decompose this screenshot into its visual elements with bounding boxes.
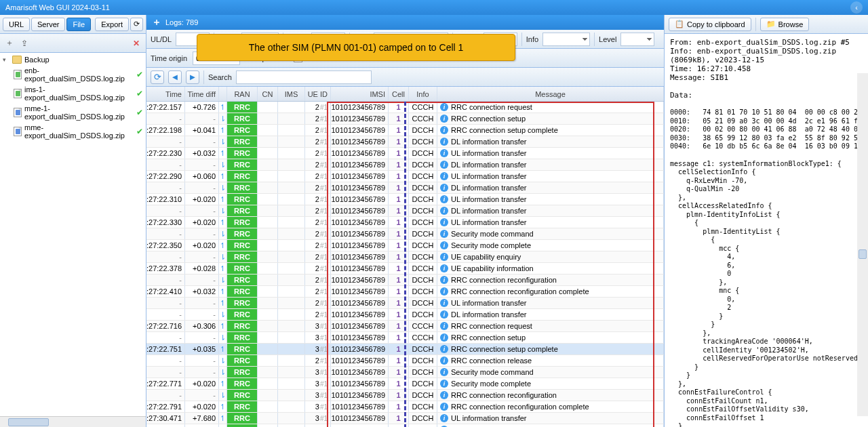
table-row[interactable]: - - ↿ RRC 2#1 001010123456789 1 DCCH iUL… — [146, 298, 664, 309]
table-row[interactable]: 16:27:22.230 +0.032 ↿ RRC 2#1 0010101234… — [146, 148, 664, 159]
info-select[interactable] — [542, 33, 590, 46]
col-cn[interactable]: CN — [258, 87, 278, 101]
table-row[interactable]: - - ⇂ RRC 3#1 001010123456789 1 DCCH iSe… — [146, 367, 664, 378]
table-row[interactable]: 16:27:22.157 +0.726 ↿ RRC 2#1 0010101234… — [146, 102, 664, 113]
table-row[interactable]: 16:27:30.471 +7.680 ↿ RRC 3#1 0010101234… — [146, 413, 664, 424]
file-button[interactable]: File — [66, 18, 91, 31]
table-row[interactable]: 16:27:22.751 +0.035 ↿ RRC 3#1 0010101234… — [146, 344, 664, 355]
table-row[interactable]: 16:27:22.290 +0.060 ↿ RRC 2#1 0010101234… — [146, 171, 664, 182]
add-icon[interactable]: ＋ — [4, 38, 15, 49]
table-row[interactable]: 16:27:22.771 +0.020 ↿ RRC 3#1 0010101234… — [146, 378, 664, 390]
app-title: Amarisoft Web GUI 2024-03-11 — [5, 3, 110, 12]
info-icon: i — [440, 241, 448, 249]
col-time[interactable]: Time — [146, 87, 185, 101]
search-input[interactable] — [236, 70, 372, 84]
export-button[interactable]: Export — [95, 18, 129, 31]
table-row[interactable]: - - ⇂ RRC 3#1 001010123456789 1 CCCH iRR… — [146, 332, 664, 344]
info-icon: i — [440, 287, 448, 296]
level-label: Level — [599, 35, 616, 43]
reload-icon[interactable]: ⟳ — [151, 70, 164, 84]
file-icon — [14, 89, 22, 98]
table-row[interactable]: 16:27:22.310 +0.020 ↿ RRC 2#1 0010101234… — [146, 194, 664, 205]
refresh-button[interactable]: ⟳ — [130, 18, 143, 31]
tree-file[interactable]: mme-export_dualSim_DSDS.log.zip✔ — [0, 122, 146, 141]
table-row[interactable]: 16:27:22.378 +0.028 ↿ RRC 2#1 0010101234… — [146, 263, 664, 274]
server-button[interactable]: Server — [31, 18, 65, 31]
tree-expand-icon[interactable]: ▾ — [3, 56, 9, 63]
check-ok-icon: ✔ — [136, 70, 143, 79]
close-icon[interactable]: ✕ — [131, 38, 142, 49]
table-row[interactable]: - - ⇂ RRC 2#1 001010123456789 1 DCCH iRR… — [146, 274, 664, 286]
info-icon: i — [440, 333, 448, 342]
info-icon: i — [440, 184, 448, 192]
info-icon: i — [440, 195, 448, 203]
grid-vscrollbar[interactable] — [857, 73, 868, 416]
check-ok-icon: ✔ — [136, 127, 143, 136]
info-icon: i — [440, 368, 448, 376]
table-row[interactable]: 16:27:22.350 +0.020 ↿ RRC 2#1 0010101234… — [146, 240, 664, 251]
nav-prev-icon[interactable]: ◄ — [168, 70, 182, 84]
left-hscrollbar[interactable] — [0, 416, 146, 427]
col-msg[interactable]: Message — [437, 87, 664, 101]
upload-icon[interactable]: ⇪ — [19, 38, 30, 49]
level-select[interactable] — [620, 33, 654, 46]
search-bar: ⟳ ◄ ► Search — [146, 68, 664, 87]
table-row[interactable]: - - ⇂ RRC 2#1 001010123456789 1 DCCH iSe… — [146, 228, 664, 240]
left-top-toolbar: URL Server File Export ⟳ — [0, 15, 146, 34]
info-icon: i — [440, 138, 448, 146]
info-icon: i — [440, 357, 448, 365]
tree-file[interactable]: ims-1-export_dualSim_DSDS.log.zip✔ — [0, 84, 146, 103]
table-row[interactable]: 16:27:22.330 +0.020 ↿ RRC 2#1 0010101234… — [146, 217, 664, 228]
col-info[interactable]: Info — [409, 87, 437, 101]
url-button[interactable]: URL — [3, 18, 30, 31]
grid-header: Time Time diff RAN CN IMS UE ID IMSI Cel… — [146, 87, 664, 102]
tree-folder-backup[interactable]: ▾ Backup — [0, 54, 146, 65]
collapse-left-icon[interactable]: ‹ — [850, 1, 863, 14]
col-ran[interactable]: RAN — [227, 87, 258, 101]
table-row[interactable]: - - ⇂ RRC 2#1 001010123456789 1 DCCH iDL… — [146, 309, 664, 321]
folder-icon — [12, 56, 22, 64]
col-diff[interactable]: Time diff — [185, 87, 219, 101]
tree-file[interactable]: mme-1-export_dualSim_DSDS.log.zip✔ — [0, 103, 146, 122]
time-value: 16:27:10.458 — [697, 64, 751, 73]
check-ok-icon: ✔ — [136, 89, 143, 98]
copy-button[interactable]: 📋Copy to clipboard — [669, 18, 751, 31]
search-label: Search — [208, 73, 232, 81]
col-ueid[interactable]: UE ID — [305, 87, 331, 101]
col-dir[interactable] — [219, 87, 227, 101]
right-toolbar: 📋Copy to clipboard 📁Browse — [665, 15, 868, 34]
info-icon: i — [440, 230, 448, 238]
table-row[interactable]: - - ⇂ RRC 2#1 001010123456789 1 DCCH iDL… — [146, 205, 664, 217]
file-label: mme-export_dualSim_DSDS.log.zip — [24, 123, 134, 140]
table-row[interactable]: - - ⇂ RRC 2#1 001010123456789 1 DCCH iDL… — [146, 182, 664, 194]
data-label: Data: — [670, 91, 863, 100]
logs-title: Logs: 789 — [165, 18, 198, 26]
col-imsi[interactable]: IMSI — [331, 87, 389, 101]
table-row[interactable]: - - ⇂ RRC 2#1 001010123456789 1 CCCH iRR… — [146, 113, 664, 125]
table-row[interactable]: 16:27:22.791 +0.020 ↿ RRC 3#1 0010101234… — [146, 401, 664, 413]
table-row[interactable]: 16:27:22.410 +0.032 ↿ RRC 2#1 0010101234… — [146, 286, 664, 298]
col-cell[interactable]: Cell — [389, 87, 409, 101]
table-row[interactable]: - - ⇂ RRC 2#1 001010123456789 1 DCCH iUE… — [146, 251, 664, 263]
detail-body: From: enb-export_dualSim_DSDS.log.zip #5… — [665, 34, 868, 427]
info-icon: i — [440, 207, 448, 215]
browse-button[interactable]: 📁Browse — [760, 18, 810, 31]
from-label: From: — [670, 38, 692, 47]
table-row[interactable]: - - ⇂ RRC 2#1 001010123456789 1 DCCH iDL… — [146, 136, 664, 148]
nav-next-icon[interactable]: ► — [186, 70, 199, 84]
table-row[interactable]: - - ⇂ RRC 2#1 001010123456789 1 DCCH iRR… — [146, 355, 664, 367]
table-row[interactable]: - - ⇂ RRC 2#1 001010123456789 1 DCCH iDL… — [146, 159, 664, 171]
col-ims[interactable]: IMS — [278, 87, 305, 101]
tree-file[interactable]: enb-export_dualSim_DSDS.log.zip✔ — [0, 65, 146, 84]
table-row[interactable]: 16:27:22.716 +0.306 ↿ RRC 3#1 0010101234… — [146, 321, 664, 332]
table-row[interactable]: - - ⇂ RRC 3#1 001010123456789 1 DCCH iRR… — [146, 390, 664, 401]
file-label: ims-1-export_dualSim_DSDS.log.zip — [24, 85, 134, 102]
table-row[interactable]: 16:27:22.198 +0.041 ↿ RRC 2#1 0010101234… — [146, 125, 664, 136]
info-icon: i — [440, 253, 448, 261]
info-icon: i — [440, 310, 448, 319]
plus-icon[interactable]: ＋ — [152, 16, 161, 28]
grid-body[interactable]: 16:27:22.157 +0.726 ↿ RRC 2#1 0010101234… — [146, 102, 664, 427]
info-icon: i — [440, 391, 448, 399]
info-icon: i — [440, 218, 448, 226]
folder-label: Backup — [24, 56, 143, 64]
